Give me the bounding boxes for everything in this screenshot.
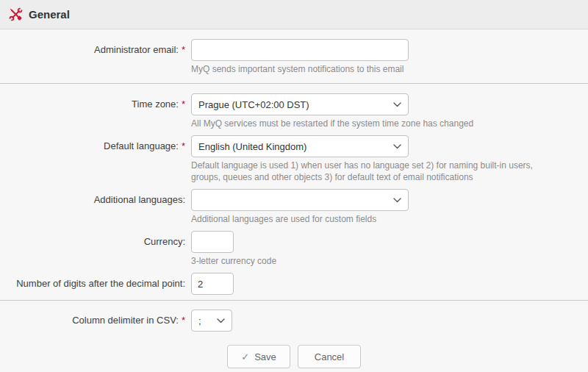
required-marker: *: [182, 140, 185, 151]
save-button[interactable]: ✓ Save: [227, 345, 290, 368]
decimal-digits-input[interactable]: [191, 273, 234, 295]
field-row-additional-languages: Additional languages: Additional languag…: [0, 189, 588, 225]
cancel-button-label: Cancel: [315, 351, 344, 362]
field-row-time-zone: Time zone:* Prague (UTC+02:00 DST) All M…: [0, 93, 588, 129]
required-marker: *: [182, 99, 185, 110]
currency-input[interactable]: [191, 231, 234, 253]
required-marker: *: [182, 44, 185, 55]
csv-section: Column delimiter in CSV:* ;: [0, 301, 588, 332]
time-zone-value: Prague (UTC+02:00 DST): [198, 99, 309, 110]
time-zone-hint: All MyQ services must be restarted if th…: [191, 118, 473, 129]
general-settings-page: General Administrator email:* MyQ sends …: [0, 0, 588, 372]
default-language-hint: Default language is used 1) when user ha…: [191, 160, 556, 183]
administrator-email-hint: MyQ sends important system notifications…: [191, 63, 409, 75]
locale-section: Time zone:* Prague (UTC+02:00 DST) All M…: [0, 84, 588, 300]
additional-languages-hint: Additional languages are used for custom…: [191, 213, 409, 225]
tools-icon: [9, 7, 23, 21]
check-icon: ✓: [241, 351, 249, 362]
page-title: General: [29, 8, 70, 21]
csv-delimiter-select[interactable]: ;: [191, 310, 232, 332]
field-row-decimal-digits: Number of digits after the decimal point…: [0, 273, 588, 295]
chevron-down-icon: [393, 198, 401, 203]
chevron-down-icon: [393, 144, 401, 149]
default-language-value: English (United Kingdom): [198, 141, 306, 152]
field-row-currency: Currency: 3-letter currency code: [0, 231, 588, 267]
field-row-default-language: Default language:* English (United Kingd…: [0, 135, 588, 183]
additional-languages-select[interactable]: [191, 189, 409, 211]
currency-label: Currency:: [144, 236, 185, 247]
currency-hint: 3-letter currency code: [191, 255, 276, 267]
administrator-email-input[interactable]: [191, 39, 409, 61]
csv-delimiter-label: Column delimiter in CSV:: [72, 315, 179, 326]
chevron-down-icon: [217, 318, 225, 323]
field-row-csv-delimiter: Column delimiter in CSV:* ;: [0, 310, 588, 332]
csv-delimiter-value: ;: [198, 315, 201, 326]
default-language-label: Default language:: [104, 140, 179, 151]
additional-languages-label: Additional languages:: [94, 194, 185, 205]
admin-email-section: Administrator email:* MyQ sends importan…: [0, 29, 588, 83]
default-language-select[interactable]: English (United Kingdom): [191, 135, 409, 157]
form-actions: ✓ Save Cancel: [0, 345, 588, 368]
required-marker: *: [182, 315, 185, 326]
chevron-down-icon: [393, 102, 401, 107]
time-zone-select[interactable]: Prague (UTC+02:00 DST): [191, 93, 409, 115]
field-row-administrator-email: Administrator email:* MyQ sends importan…: [0, 39, 588, 75]
section-header: General: [0, 0, 588, 29]
administrator-email-label: Administrator email:: [94, 44, 179, 55]
decimal-digits-label: Number of digits after the decimal point…: [16, 278, 185, 289]
time-zone-label: Time zone:: [132, 99, 179, 110]
cancel-button[interactable]: Cancel: [298, 345, 361, 368]
save-button-label: Save: [254, 351, 276, 362]
